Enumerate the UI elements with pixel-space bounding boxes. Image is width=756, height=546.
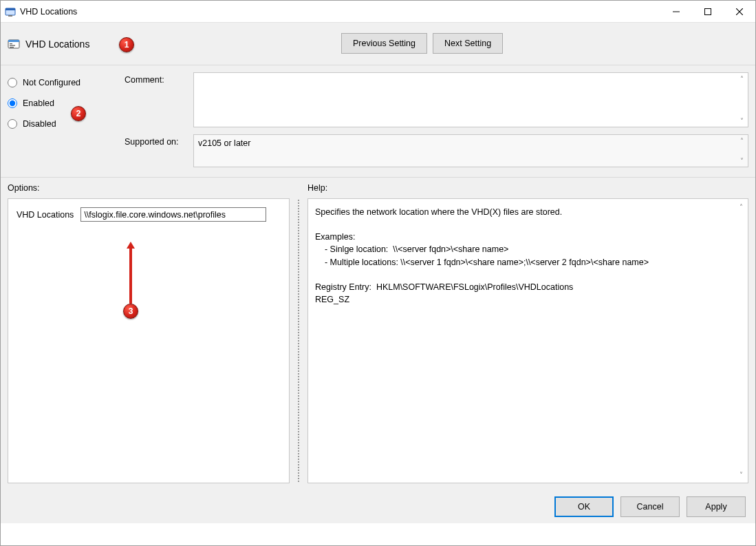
titlebar: VHD Locations: [1, 1, 755, 23]
svg-rect-4: [705, 8, 711, 14]
help-text: Specifies the network location where the…: [315, 206, 731, 306]
previous-setting-button[interactable]: Previous Setting: [341, 33, 427, 54]
options-pane: Options: VHD Locations: [1, 178, 296, 490]
scroll-down-icon: ˅: [736, 470, 746, 480]
footer: OK Cancel Apply: [1, 490, 755, 523]
header-strip: VHD Locations Previous Setting Next Sett…: [1, 23, 755, 65]
help-title: Help:: [307, 183, 748, 193]
vhd-locations-label: VHD Locations: [17, 210, 74, 220]
settings-area: Not Configured Enabled Disabled Comment:…: [1, 65, 755, 178]
policy-name: VHD Locations: [25, 39, 89, 50]
maximize-button[interactable]: [692, 1, 724, 23]
radio-disabled-label[interactable]: Disabled: [23, 119, 56, 129]
svg-rect-1: [6, 8, 15, 10]
radio-enabled-label[interactable]: Enabled: [23, 98, 54, 108]
svg-rect-6: [8, 40, 19, 42]
state-radio-group: Not Configured Enabled Disabled: [8, 72, 125, 167]
svg-rect-7: [10, 43, 12, 44]
radio-not-configured-label[interactable]: Not Configured: [23, 78, 80, 87]
options-title: Options:: [8, 183, 290, 193]
supported-on-label: Supported on:: [125, 134, 186, 147]
scroll-up-icon: ˄: [736, 202, 746, 212]
vhd-locations-input[interactable]: [80, 207, 266, 222]
help-pane: Help: Specifies the network location whe…: [301, 178, 755, 490]
supported-on-value: v2105 or later: [193, 134, 748, 167]
radio-enabled[interactable]: [8, 98, 17, 108]
window-title: VHD Locations: [20, 7, 77, 17]
radio-not-configured[interactable]: [8, 78, 17, 87]
minimize-button[interactable]: [660, 1, 692, 23]
ok-button[interactable]: OK: [554, 496, 614, 517]
comment-label: Comment:: [125, 72, 186, 85]
cancel-button[interactable]: Cancel: [620, 496, 680, 517]
close-button[interactable]: [724, 1, 755, 23]
app-icon: [5, 6, 16, 17]
svg-rect-8: [10, 45, 15, 45]
policy-icon: [8, 38, 20, 50]
radio-disabled[interactable]: [8, 119, 17, 129]
next-setting-button[interactable]: Next Setting: [433, 33, 503, 54]
svg-rect-3: [673, 11, 680, 12]
comment-textarea[interactable]: [193, 72, 748, 127]
svg-rect-2: [8, 15, 12, 17]
svg-rect-9: [10, 47, 14, 48]
apply-button[interactable]: Apply: [687, 496, 746, 517]
